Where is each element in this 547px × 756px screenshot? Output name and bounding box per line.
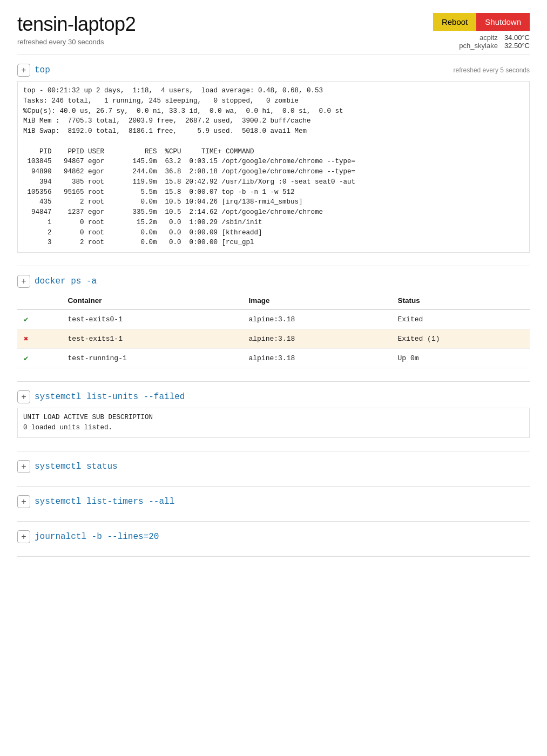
widget-divider	[17, 266, 530, 266]
widget-header-systemctl-timers: +systemctl list-timers --all	[17, 495, 530, 508]
widget-label-docker-ps: docker ps -a	[35, 276, 97, 286]
widget-label-top: top	[35, 65, 50, 75]
page-header: tensin-laptop2 refreshed every 30 second…	[17, 13, 530, 46]
reboot-button[interactable]: Reboot	[433, 13, 476, 31]
docker-row: ✔test-exits0-1alpine:3.18Exited	[17, 309, 530, 329]
widget-journalctl: +journalctl -b --lines=20	[17, 530, 530, 543]
widget-header-systemctl-status: +systemctl status	[17, 460, 530, 473]
docker-col-2: Image	[242, 292, 391, 309]
widget-header-journalctl: +journalctl -b --lines=20	[17, 530, 530, 543]
status-ok-icon: ✔	[17, 309, 62, 329]
widget-label-journalctl: journalctl -b --lines=20	[35, 532, 159, 542]
temp-row: acpitz34.00°C	[459, 33, 530, 42]
header-divider	[17, 55, 530, 55]
docker-col-1: Container	[62, 292, 242, 309]
widget-header-docker-ps: +docker ps -a	[17, 275, 530, 288]
widget-systemctl-timers: +systemctl list-timers --all	[17, 495, 530, 508]
terminal-output-top[interactable]: top - 00:21:32 up 2 days, 1:18, 4 users,…	[17, 81, 530, 253]
widget-top: +toprefreshed every 5 secondstop - 00:21…	[17, 64, 530, 253]
docker-col-0	[17, 292, 62, 309]
widget-refresh-top: refreshed every 5 seconds	[454, 66, 530, 74]
widget-divider	[17, 556, 530, 557]
widget-divider	[17, 521, 530, 522]
action-buttons: Reboot Shutdown	[433, 13, 530, 31]
expand-btn-systemctl-timers[interactable]: +	[17, 495, 30, 508]
widget-divider	[17, 381, 530, 382]
widget-systemctl-status: +systemctl status	[17, 460, 530, 473]
temp-row: pch_skylake32.50°C	[459, 42, 530, 50]
widget-divider	[17, 451, 530, 451]
docker-image: alpine:3.18	[242, 309, 391, 329]
widget-label-systemctl-status: systemctl status	[35, 462, 118, 471]
widget-header-systemctl-failed: +systemctl list-units --failed	[17, 390, 530, 403]
temp-label: acpitz	[480, 33, 498, 42]
docker-container-name: test-exits0-1	[62, 309, 242, 329]
docker-image: alpine:3.18	[242, 329, 391, 349]
header-left: tensin-laptop2 refreshed every 30 second…	[17, 13, 136, 46]
widgets-container: +toprefreshed every 5 secondstop - 00:21…	[17, 64, 530, 557]
docker-status: Exited	[391, 309, 530, 329]
expand-btn-systemctl-failed[interactable]: +	[17, 390, 30, 403]
docker-col-3: Status	[391, 292, 530, 309]
expand-btn-systemctl-status[interactable]: +	[17, 460, 30, 473]
docker-header-row: ContainerImageStatus	[17, 292, 530, 309]
temp-value: 34.00°C	[504, 33, 530, 42]
temp-label: pch_skylake	[459, 42, 498, 50]
widget-label-systemctl-timers: systemctl list-timers --all	[35, 497, 174, 507]
docker-status: Exited (1)	[391, 329, 530, 349]
docker-container-name: test-running-1	[62, 349, 242, 368]
docker-row: ✖test-exits1-1alpine:3.18Exited (1)	[17, 329, 530, 349]
header-right: Reboot Shutdown	[433, 13, 530, 36]
docker-table: ContainerImageStatus✔test-exits0-1alpine…	[17, 292, 530, 368]
docker-row: ✔test-running-1alpine:3.18Up 0m	[17, 349, 530, 368]
docker-image: alpine:3.18	[242, 349, 391, 368]
temp-value: 32.50°C	[504, 42, 530, 50]
widget-docker-ps: +docker ps -aContainerImageStatus✔test-e…	[17, 275, 530, 368]
expand-btn-docker-ps[interactable]: +	[17, 275, 30, 288]
terminal-output-systemctl-failed[interactable]: UNIT LOAD ACTIVE SUB DESCRIPTION 0 loade…	[17, 408, 530, 438]
widget-label-systemctl-failed: systemctl list-units --failed	[35, 392, 185, 402]
status-err-icon: ✖	[17, 329, 62, 349]
docker-status: Up 0m	[391, 349, 530, 368]
refresh-info: refreshed every 30 seconds	[17, 38, 136, 46]
shutdown-button[interactable]: Shutdown	[476, 13, 530, 31]
expand-btn-journalctl[interactable]: +	[17, 530, 30, 543]
status-ok-icon: ✔	[17, 349, 62, 368]
widget-systemctl-failed: +systemctl list-units --failedUNIT LOAD …	[17, 390, 530, 438]
hostname: tensin-laptop2	[17, 13, 136, 36]
expand-btn-top[interactable]: +	[17, 64, 30, 77]
widget-header-top: +toprefreshed every 5 seconds	[17, 64, 530, 77]
widget-divider	[17, 486, 530, 487]
temps-container: acpitz34.00°Cpch_skylake32.50°C	[459, 33, 530, 50]
docker-container-name: test-exits1-1	[62, 329, 242, 349]
